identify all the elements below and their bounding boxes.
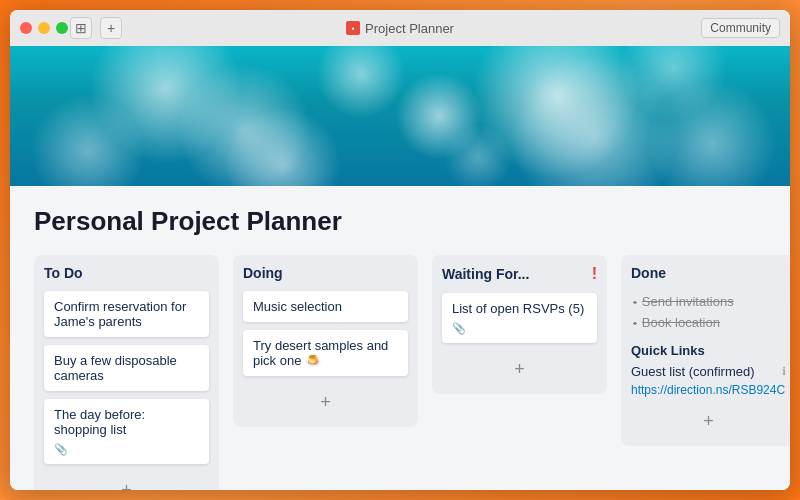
quick-link-row-0: Guest list (confirmed) ℹ [631,364,786,379]
add-card-waiting-button[interactable]: + [442,355,597,384]
minimize-button[interactable] [38,22,50,34]
quick-link-url-0[interactable]: https://direction.ns/RSB924C [631,383,786,397]
done-item-label-1: Book location [642,315,720,330]
community-button[interactable]: Community [701,18,780,38]
column-header-done: Done [631,265,786,281]
card-todo-1[interactable]: Buy a few disposable cameras [44,345,209,391]
column-title-doing: Doing [243,265,283,281]
column-title-todo: To Do [44,265,83,281]
add-card-todo-button[interactable]: + [44,476,209,490]
traffic-lights [20,22,68,34]
columns-container: To Do Confirm reservation for Jame's par… [34,255,766,490]
column-header-doing: Doing [243,265,408,281]
maximize-button[interactable] [56,22,68,34]
new-board-button[interactable]: ⊞ [70,17,92,39]
column-title-waiting: Waiting For... [442,266,529,282]
quick-link-label-0: Guest list (confirmed) [631,364,755,379]
column-todo: To Do Confirm reservation for Jame's par… [34,255,219,490]
bullet-1: • [633,317,637,329]
app-window: ⊞ + ▪ Project Planner Community Personal… [10,10,790,490]
done-item-0: • Send invitations [631,291,786,312]
done-item-label-0: Send invitations [642,294,734,309]
card-doing-1[interactable]: Try desert samples and pick one 🍮 [243,330,408,376]
quick-link-info-icon[interactable]: ℹ [782,365,786,378]
column-done: Done • Send invitations • Book location … [621,255,790,446]
card-icon-waiting-0: 📎 [452,322,587,335]
column-header-todo: To Do [44,265,209,281]
main-content: Personal Project Planner To Do Confirm r… [10,186,790,490]
header-image [10,46,790,186]
add-card-doing-button[interactable]: + [243,388,408,417]
quick-links-header: Quick Links [631,343,786,358]
close-button[interactable] [20,22,32,34]
done-item-1: • Book location [631,312,786,333]
card-icon-todo-2: 📎 [54,443,199,456]
column-doing: Doing Music selection Try desert samples… [233,255,418,427]
titlebar-title: ▪ Project Planner [346,21,454,36]
titlebar: ⊞ + ▪ Project Planner Community [10,10,790,46]
board-title: Personal Project Planner [34,206,766,237]
card-todo-0[interactable]: Confirm reservation for Jame's parents [44,291,209,337]
add-card-done-button[interactable]: + [631,407,786,436]
column-waiting: Waiting For... ! List of open RSVPs (5) … [432,255,607,394]
bullet-0: • [633,296,637,308]
column-title-done: Done [631,265,666,281]
card-todo-2[interactable]: The day before: shopping list 📎 [44,399,209,464]
column-header-waiting: Waiting For... ! [442,265,597,283]
window-title: Project Planner [365,21,454,36]
card-doing-0[interactable]: Music selection [243,291,408,322]
titlebar-actions: ⊞ + [70,17,122,39]
add-button[interactable]: + [100,17,122,39]
alert-icon: ! [592,265,597,283]
card-waiting-0[interactable]: List of open RSVPs (5) 📎 [442,293,597,343]
app-icon: ▪ [346,21,360,35]
